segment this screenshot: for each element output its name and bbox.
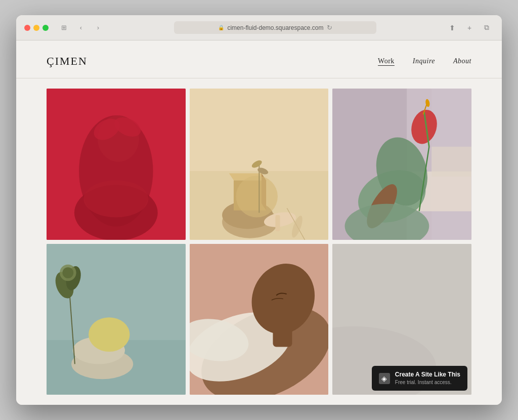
- nav-work[interactable]: Work: [378, 57, 395, 65]
- badge-sub-text: Free trial. Instant access.: [395, 379, 460, 386]
- traffic-lights: [24, 25, 49, 31]
- gallery-item-3[interactable]: [332, 89, 471, 240]
- new-tab-button[interactable]: +: [462, 22, 477, 33]
- close-button[interactable]: [24, 25, 30, 31]
- svg-point-40: [89, 317, 130, 352]
- share-button[interactable]: ⬆: [445, 22, 459, 33]
- back-button[interactable]: ‹: [74, 22, 88, 33]
- website-content: ÇIMEN Work Inquire About: [16, 40, 502, 405]
- svg-rect-19: [275, 215, 280, 231]
- gallery-item-2[interactable]: [190, 89, 329, 240]
- badge-main-text: Create A Site Like This: [395, 371, 460, 379]
- nav-about[interactable]: About: [453, 57, 471, 65]
- svg-rect-51: [273, 323, 292, 347]
- gallery-item-4[interactable]: [47, 244, 186, 395]
- gallery-item-5[interactable]: [190, 244, 329, 395]
- browser-navigation: ⊞ ‹ ›: [57, 22, 105, 33]
- site-header: ÇIMEN Work Inquire About: [16, 40, 502, 78]
- svg-point-6: [83, 180, 148, 217]
- forward-button[interactable]: ›: [91, 22, 105, 33]
- svg-point-45: [62, 267, 73, 278]
- gallery-item-1[interactable]: [47, 89, 186, 240]
- browser-window: ⊞ ‹ › 🔒 cimen-fluid-demo.squarespace.com…: [16, 15, 502, 405]
- address-bar[interactable]: 🔒 cimen-fluid-demo.squarespace.com ↻: [174, 21, 376, 34]
- site-nav: Work Inquire About: [378, 57, 471, 65]
- browser-chrome: ⊞ ‹ › 🔒 cimen-fluid-demo.squarespace.com…: [16, 15, 502, 40]
- refresh-icon[interactable]: ↻: [327, 24, 332, 31]
- nav-inquire[interactable]: Inquire: [413, 57, 435, 65]
- browser-actions: ⬆ + ⧉: [445, 22, 494, 33]
- site-logo[interactable]: ÇIMEN: [47, 55, 88, 68]
- gallery-grid: ◈ Create A Site Like This Free trial. In…: [16, 78, 502, 405]
- fullscreen-button[interactable]: [42, 25, 49, 31]
- sidebar-toggle-button[interactable]: ⊞: [57, 22, 71, 33]
- lock-icon: 🔒: [218, 25, 224, 30]
- squarespace-logo: ◈: [379, 373, 390, 384]
- url-text: cimen-fluid-demo.squarespace.com: [227, 24, 323, 31]
- svg-point-14: [236, 176, 277, 217]
- squarespace-badge[interactable]: ◈ Create A Site Like This Free trial. In…: [372, 366, 467, 391]
- minimize-button[interactable]: [33, 25, 39, 31]
- badge-text-container: Create A Site Like This Free trial. Inst…: [395, 371, 460, 386]
- svg-rect-26: [432, 147, 471, 177]
- tab-overview-button[interactable]: ⧉: [480, 22, 494, 33]
